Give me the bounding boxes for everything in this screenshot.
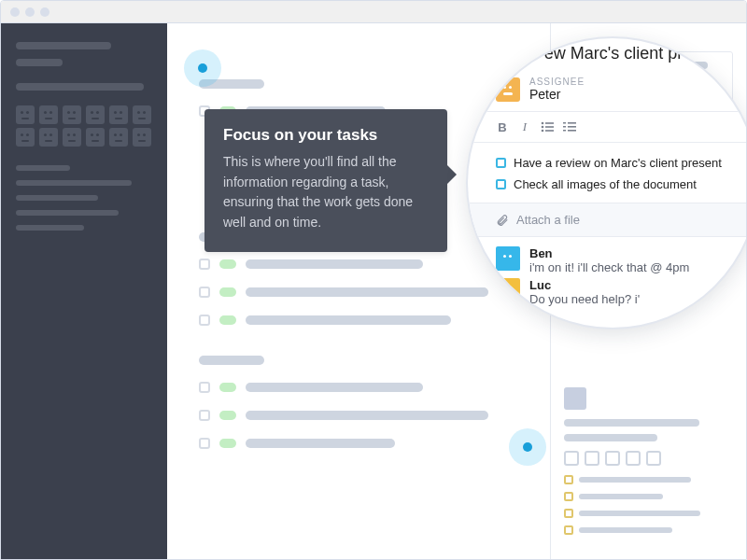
checkbox-icon[interactable] (496, 179, 506, 189)
avatar-icon[interactable] (133, 128, 151, 147)
sidebar (1, 23, 167, 559)
detail-meta-block (564, 387, 733, 466)
detail-action-icon[interactable] (626, 451, 641, 466)
avatar-icon[interactable] (39, 105, 58, 124)
task-row[interactable] (199, 434, 531, 453)
task-row[interactable] (199, 406, 531, 425)
attachment-icon (496, 214, 509, 227)
window-chrome (1, 1, 746, 23)
detail-icon-row (564, 451, 733, 466)
checkbox-icon[interactable] (199, 259, 210, 270)
numbered-list-icon[interactable] (563, 121, 576, 133)
sidebar-project-item[interactable] (16, 210, 119, 216)
sidebar-project-item[interactable] (16, 225, 84, 231)
checkbox-icon[interactable] (199, 382, 210, 393)
task-title-placeholder (246, 439, 395, 448)
svg-rect-3 (545, 126, 554, 128)
window-min-dot[interactable] (25, 7, 35, 17)
task-title-placeholder (246, 383, 423, 392)
avatar-icon[interactable] (86, 105, 105, 124)
task-group-title (199, 356, 264, 365)
svg-rect-7 (568, 122, 576, 124)
checkbox-icon[interactable] (199, 438, 210, 449)
avatar-icon[interactable] (63, 105, 81, 124)
checkbox-icon[interactable] (564, 475, 573, 484)
task-tag (219, 315, 236, 325)
task-tag (219, 259, 236, 269)
onboarding-hotspot[interactable] (184, 49, 221, 87)
svg-rect-5 (545, 130, 554, 132)
window-max-dot[interactable] (40, 7, 49, 17)
sidebar-projects (16, 165, 152, 231)
detail-avatar (564, 387, 586, 410)
avatar-icon[interactable] (109, 105, 128, 124)
detail-action-icon[interactable] (605, 451, 620, 466)
avatar-icon[interactable] (16, 105, 35, 124)
svg-rect-1 (545, 122, 554, 124)
assignee-name: Peter (529, 87, 585, 102)
svg-rect-9 (568, 126, 576, 128)
sidebar-project-item[interactable] (16, 195, 98, 201)
task-tag (219, 439, 236, 448)
detail-action-icon[interactable] (646, 451, 661, 466)
app-window: Focus on your tasks This is where you'll… (0, 0, 747, 560)
task-title-placeholder (246, 411, 488, 420)
attach-file-button[interactable]: Attach a file (468, 203, 747, 237)
subtask-item[interactable]: Have a review on Marc's client present (496, 152, 731, 174)
comment-text: Do you need help? i' (529, 292, 640, 306)
detail-action-icon[interactable] (564, 451, 579, 466)
sidebar-workspace-title (16, 42, 111, 49)
tooltip-body: This is where you'll find all the inform… (223, 152, 429, 233)
avatar-icon[interactable] (109, 128, 128, 147)
task-row[interactable] (199, 255, 531, 273)
sidebar-subtitle (16, 59, 63, 66)
checklist-item[interactable] (564, 509, 733, 518)
checkbox-icon[interactable] (564, 492, 573, 501)
avatar-icon[interactable] (86, 128, 105, 147)
comment-author: Luc (529, 278, 640, 292)
editor-toolbar: B I (468, 111, 747, 143)
task-row[interactable] (199, 311, 531, 329)
comment-text: i'm on it! i'll check that @ 4pm (529, 260, 689, 274)
onboarding-hotspot[interactable] (509, 428, 546, 466)
bullet-list-icon[interactable] (541, 121, 554, 133)
svg-point-2 (542, 126, 544, 129)
task-tag (219, 411, 236, 420)
task-group (199, 356, 531, 453)
checkbox-icon[interactable] (496, 158, 506, 168)
checkbox-icon[interactable] (564, 525, 573, 535)
detail-action-icon[interactable] (585, 451, 599, 466)
comment-row: Ben i'm on it! i'll check that @ 4pm (468, 237, 747, 274)
avatar-icon[interactable] (133, 105, 151, 124)
task-row[interactable] (199, 378, 531, 397)
avatar-icon[interactable] (39, 128, 58, 147)
task-title-placeholder (246, 259, 423, 269)
zoom-lens: ew Marc's client pr ASSIGNEE Peter B I (468, 38, 747, 328)
checklist-item[interactable] (564, 525, 733, 535)
svg-point-4 (542, 130, 544, 133)
bold-icon[interactable]: B (496, 120, 509, 134)
sidebar-project-item[interactable] (16, 180, 132, 186)
checklist-item[interactable] (564, 475, 733, 484)
task-row[interactable] (199, 283, 531, 301)
avatar-icon[interactable] (16, 128, 35, 147)
task-tag (219, 383, 236, 392)
avatar-icon[interactable] (63, 128, 81, 147)
sidebar-section-header (16, 165, 70, 171)
subtask-checklist: Have a review on Marc's client present C… (468, 143, 747, 203)
comment-author: Ben (529, 246, 689, 260)
checkbox-icon[interactable] (199, 315, 210, 326)
checklist-item[interactable] (564, 492, 733, 501)
tooltip-title: Focus on your tasks (223, 126, 429, 145)
subtask-text: Check all images of the document (514, 177, 697, 191)
subtask-item[interactable]: Check all images of the document (496, 174, 731, 195)
assignee-label: ASSIGNEE (529, 77, 585, 87)
checkbox-icon[interactable] (199, 410, 210, 421)
svg-rect-11 (568, 130, 576, 132)
checkbox-icon[interactable] (199, 287, 210, 298)
svg-rect-6 (563, 122, 566, 124)
italic-icon[interactable]: I (518, 119, 531, 134)
checkbox-icon[interactable] (564, 509, 573, 518)
sidebar-nav-item[interactable] (16, 83, 144, 91)
window-close-dot[interactable] (10, 7, 20, 17)
